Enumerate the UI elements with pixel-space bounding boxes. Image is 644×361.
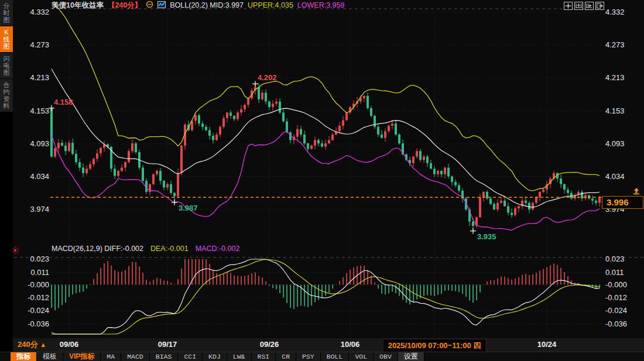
price-tick-left: 4.332 [14,8,49,16]
macd-value-label: MACD:-0.002 [196,245,240,253]
sidebar-tab-item[interactable]: 分时图 [0,0,13,26]
macd-tick-right: 0.011 [605,268,642,277]
indicator-toolbar: 指标模板VIP指标MAMACDBIASCCIKDJLW&RSICRPSYBOLL… [0,352,644,361]
toolbar-item[interactable]: RSI [252,352,276,361]
price-tick-right: 4.153 [605,106,642,115]
toolbar-item[interactable]: 指标 [11,352,37,361]
instrument-title: 美债10年收益率 [52,1,104,11]
macd-tick-left: -0.012 [14,293,49,302]
zoom-play-icon[interactable] [585,2,594,10]
toolbar-item[interactable]: CCI [178,352,203,361]
toolbar-item[interactable]: KDJ [203,352,227,361]
boll-mid-label: BOLL(20,2) MID:3.997 [170,1,244,9]
toolbar-item[interactable]: 模板 [37,352,63,361]
macd-tick-left: 0.023 [14,255,49,263]
sidebar-tab-active[interactable]: K线图 [0,26,13,53]
price-tick-left: 4.093 [14,139,49,148]
x-axis-row: 240分 ▲ 2025/10/09 07:00~11:00 四 09/0609/… [13,338,644,352]
price-annotation: 4.158 [54,98,73,106]
toolbar-item[interactable]: CR [276,352,296,361]
macd-tick-right: -0.000 [605,280,642,289]
price-tick-right: 4.332 [605,8,642,16]
macd-tick-left: -0.024 [14,306,49,315]
price-annotation: 3.987 [179,204,198,212]
toolbar-item[interactable]: PSY [296,352,321,361]
macd-tick-right: -0.024 [605,306,642,315]
x-axis-date: 09/26 [260,340,279,349]
toolbar-item[interactable]: MA [101,352,121,361]
macd-tick-left: -0.000 [14,280,49,289]
chevron-up-icon: ▲ [40,341,46,348]
price-tick-left: 3.974 [14,205,49,214]
price-tick-right: 4.034 [605,172,642,181]
pan-right-icon[interactable] [595,2,604,10]
toolbar-item[interactable]: OBV [374,352,398,361]
link-icon[interactable] [146,1,153,10]
period-tag[interactable]: 【240分】 [108,1,142,11]
macd-tick-right: -0.036 [605,319,642,328]
kline-chart-canvas[interactable] [0,0,644,361]
price-pin-icon[interactable] [632,187,640,197]
x-axis-date: 09/17 [158,340,177,349]
x-axis-date: 09/06 [60,340,79,349]
toolbar-item[interactable]: VOL [349,352,374,361]
sidebar: 分时图K线图闪电图合约资料 [0,0,13,361]
price-annotation: 3.935 [477,232,496,241]
x-axis-date: 10/24 [537,340,557,349]
price-annotation: 4.202 [258,73,277,82]
chart-controls [564,2,604,10]
price-tick-right: 4.213 [605,73,642,82]
period-selector[interactable]: 240分 ▲ [18,339,46,350]
chart-header: 美债10年收益率 【240分】 BOLL(20,2) MID:3.997 UPP… [52,1,344,10]
price-tick-left: 4.034 [14,172,49,181]
toolbar-item[interactable]: 设置 [398,352,424,361]
toolbar-item[interactable]: BOLL [321,352,350,361]
current-price-box: 3.996 [602,196,643,209]
macd-tick-right: -0.012 [605,293,642,302]
macd-diff-label: MACD(26,12,9) DIFF:-0.002 [52,245,143,253]
toolbar-item[interactable]: BIAS [150,352,179,361]
price-tick-left: 4.273 [14,40,49,49]
x-axis-date: 10/06 [341,340,360,349]
macd-header: MACD(26,12,9) DIFF:-0.002 DEA:-0.001 MAC… [52,245,239,253]
sidebar-tab-item[interactable]: 合约资料 [0,79,13,112]
macd-tick-right: 0.023 [605,255,642,263]
toolbar-item[interactable]: VIP指标 [63,352,101,361]
boll-upper-label: UPPER:4.035 [248,1,293,9]
toolbar-item[interactable]: LW& [227,352,252,361]
macd-dea-label: DEA:-0.001 [150,245,189,253]
selected-bar-info: 2025/10/09 07:00~11:00 四 [383,339,487,353]
price-tick-left: 4.213 [14,73,49,82]
crosshair-move-icon[interactable] [564,2,573,10]
kline-app-window: 分时图K线图闪电图合约资料 美债10年收益率 【240分】 BOLL(20,2)… [0,0,644,361]
sidebar-tab-item[interactable]: 闪电图 [0,53,13,79]
zoom-in-range-icon[interactable] [574,2,583,10]
macd-tick-left: -0.036 [14,319,49,328]
mini-chart-icon[interactable] [157,1,166,10]
boll-lower-label: LOWER:3.958 [297,1,345,9]
price-tick-right: 4.093 [605,139,642,148]
price-tick-right: 4.273 [605,40,642,49]
price-tick-left: 4.153 [14,106,49,115]
toolbar-item[interactable]: MACD [121,352,150,361]
macd-tick-left: 0.011 [14,268,49,277]
